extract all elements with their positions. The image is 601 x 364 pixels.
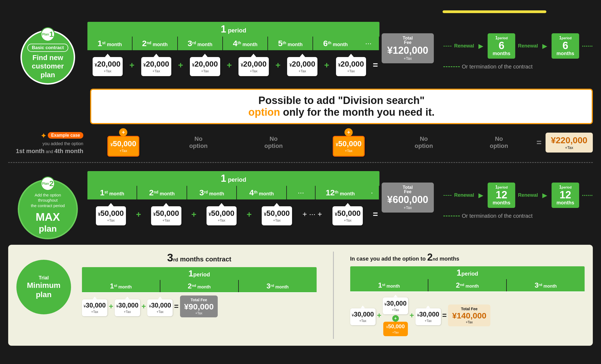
plan1-period-header: 1 period	[87, 22, 379, 37]
trial-badge: Trial Minimumplan	[16, 260, 71, 314]
trial-content: 3rd months contract 1period 1st month 2n…	[82, 252, 585, 339]
example-price-card-4: ¥50,000+Tax	[333, 136, 365, 157]
plan1-diagram: 1 period 1st month 2nd month 3rd month	[87, 22, 593, 79]
trial2-month-2: 2nd month	[428, 279, 507, 291]
trial1-period-header: 1period	[82, 267, 317, 280]
trial1-months-row: 1st month 2nd month 3rd month	[82, 280, 317, 293]
plan1-month-4: 4th month	[223, 37, 268, 50]
plan1-renewal-period1: 1period 6 months	[488, 33, 515, 59]
option-banner: Possible to add "Division search" option…	[90, 89, 593, 124]
plan2-number-badge: Plan 2	[41, 177, 55, 191]
option-text: option	[248, 106, 280, 118]
plan1-price-5: ¥20,000+Tax	[282, 54, 323, 76]
plus-4: +	[274, 60, 282, 70]
trial2-total: Total Fee ¥140,000 +Tax	[448, 305, 490, 326]
plan2-prices-row: ¥50,000+Tax + ¥50,000+Tax + ¥50,000+	[87, 200, 379, 228]
plan2-badge: Plan 2 Add the optionthroughoutthe contr…	[8, 171, 87, 239]
plan2-month-dots: ···	[287, 186, 316, 199]
trial-section: Trial Minimumplan 3rd months contract 1p…	[8, 245, 593, 346]
trial1-month-1: 1st month	[82, 280, 160, 292]
plan1-price-4: ¥20,000+Tax	[234, 54, 274, 76]
plan2-month-3: 3rd month	[187, 186, 237, 199]
trial2-month-3: 3rd month	[507, 279, 585, 291]
plan-word: Plan	[42, 32, 49, 36]
trial2-period-header: 1period	[350, 266, 585, 279]
example-sub: you added the option 1st month and 4th m…	[16, 141, 83, 155]
plan1-section: Plan 1 Basic contract Find new customer …	[8, 22, 593, 85]
trial-sub1-title: 3rd months contract	[82, 252, 317, 264]
plan1-month-5: 5th month	[268, 37, 313, 50]
trial1-total: Total Fee ¥90,000 +Tax	[180, 296, 218, 317]
plan2-renewal: Renewal ► 1period 12 months Renewal ► 1p…	[443, 183, 593, 219]
trial2-month-1: 1st month	[350, 279, 429, 291]
accent-line	[443, 10, 546, 13]
plan1-month-3: 3rd month	[178, 37, 223, 50]
trial1-month-2: 2nd month	[160, 280, 239, 292]
trial2-months-row: 1st month 2nd month 3rd month	[350, 279, 585, 292]
plan1-badge: Plan 1 Basic contract Find new customer …	[8, 22, 87, 85]
trial-option-card: ¥50,000+Tax	[383, 322, 408, 336]
plan2-total-fee: TotalFee ¥600,000 +Tax	[382, 183, 434, 213]
plan2-month-12: 12th month	[316, 186, 365, 199]
plus-5: +	[322, 60, 331, 70]
plan2-month-2: 2nd month	[137, 186, 187, 199]
plus-1: +	[128, 60, 136, 70]
plan1-price-1: ¥20,000+Tax	[87, 54, 128, 76]
example-price-1: + ¥50,000+Tax	[87, 128, 159, 157]
example-nooption-6: Nooption	[463, 135, 535, 150]
plan2-section: Plan 2 Add the optionthroughoutthe contr…	[8, 171, 593, 239]
plan2-diagram: 1 period 1st month 2nd month 3rd month	[87, 171, 593, 228]
plan2-circle: Plan 2 Add the optionthroughoutthe contr…	[18, 179, 78, 239]
plus-3: +	[225, 60, 234, 70]
plan1-price-6: ¥20,000+Tax	[331, 54, 371, 76]
trial-title: Minimumplan	[27, 281, 61, 299]
trial-sub2: In case you add the option to 2nd months…	[350, 252, 585, 339]
trial1-prices-row: ¥30,000+Tax + ¥30,000+Tax + ¥30,000+Tax …	[82, 293, 317, 320]
trial-sub1: 3rd months contract 1period 1st month 2n…	[82, 252, 317, 320]
plan1-month-6: 6th month	[313, 37, 358, 50]
example-nooption-5: Nooption	[388, 135, 460, 150]
example-nooption-3: Nooption	[238, 135, 310, 150]
plan2-renewal-period2: 1period 12 months	[552, 183, 579, 208]
plan2-months-row: 1st month 2nd month 3rd month 4th month …	[87, 186, 379, 200]
trial2-prices-row: ¥30,000+Tax + ¥30,000+Tax + ¥50,000+Tax	[350, 292, 585, 339]
plan1-title: Find new customer plan	[32, 53, 64, 79]
plan1-months-row: 1st month 2nd month 3rd month 4th month	[87, 37, 379, 51]
plan1-renewal: Renewal ► 1period 6 months Renewal ► 1pe…	[443, 33, 593, 70]
example-case-row: ✦ Example case you added the option 1st …	[8, 128, 593, 159]
example-label: ✦ Example case you added the option 1st …	[8, 132, 87, 155]
plan1-termination: Or termination of the contract	[443, 64, 533, 70]
plan1-total-fee: TotalFee ¥120,000 +Tax	[382, 33, 434, 63]
plan1-price-3: ¥20,000+Tax	[185, 54, 225, 76]
plan1-price-2: ¥20,000+Tax	[136, 54, 176, 76]
vertical-divider	[333, 252, 334, 339]
plan1-month-1: 1st month	[87, 37, 132, 50]
plan2-period-header: 1 period	[87, 171, 379, 186]
plan2-termination: Or termination of the contract	[443, 213, 533, 219]
plan1-renewal-period2: 1period 6 months	[552, 33, 579, 59]
plan1-month-2: 2nd month	[132, 37, 178, 50]
plan2-title: MAX plan	[36, 210, 60, 234]
example-tag: Example case	[48, 132, 83, 139]
trial1-month-3: 3rd month	[239, 280, 317, 292]
equals-1: =	[371, 60, 380, 70]
plan1-month-dots: ···	[358, 37, 380, 50]
example-price-card-1: ¥50,000+Tax	[107, 136, 139, 157]
ex-equals: =	[535, 138, 543, 148]
example-price-4: + ¥50,000+Tax	[313, 128, 385, 157]
option-plus-circle: +	[392, 315, 399, 322]
plus-2: +	[176, 60, 185, 70]
trial-sub2-title: In case you add the option to 2nd months	[350, 252, 585, 263]
plan1-circle: Plan 1 Basic contract Find new customer …	[20, 30, 75, 85]
example-nooption-2: Nooption	[163, 135, 234, 150]
plan1-number: 1	[49, 30, 54, 39]
plus-circle-4: +	[344, 128, 353, 136]
plan2-month-1: 1st month	[87, 186, 137, 199]
section-divider	[8, 162, 593, 163]
plan1-type-badge: Basic contract	[27, 44, 68, 52]
plan1-number-badge: Plan 1	[41, 27, 55, 41]
plan2-renewal-period1: 1period 12 months	[488, 183, 515, 208]
plus-circle-1: +	[119, 128, 127, 136]
plan1-prices-row: ¥20,000+Tax + ¥20,000+Tax + ¥20,000+	[87, 51, 379, 79]
plan2-month-dots2: ·	[365, 186, 380, 199]
